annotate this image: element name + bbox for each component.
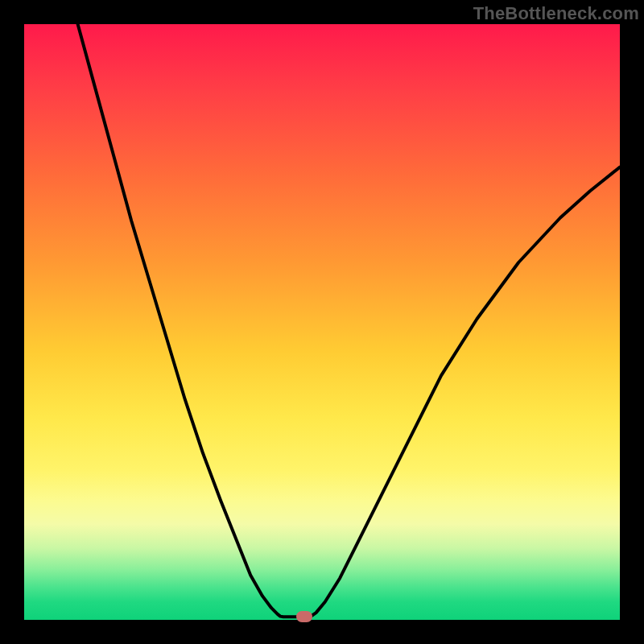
plot-area xyxy=(24,24,620,620)
source-label: TheBottleneck.com xyxy=(473,3,639,24)
chart-frame: TheBottleneck.com xyxy=(0,0,644,644)
minimum-marker xyxy=(296,611,312,622)
curve-path xyxy=(78,24,620,617)
bottleneck-curve xyxy=(24,24,620,620)
